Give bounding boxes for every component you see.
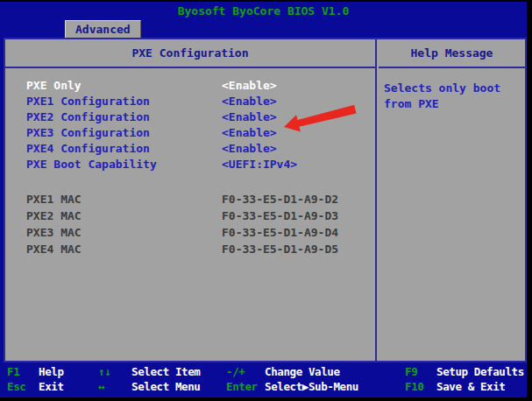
mac-label: PXE1 MAC [26, 193, 82, 206]
mac-label: PXE4 MAC [26, 243, 82, 256]
setting-label: PXE Only [26, 79, 82, 92]
key-f10: F10 [405, 380, 423, 393]
setting-value: <Enable> [222, 142, 277, 155]
key-esc: Esc [7, 380, 25, 393]
setting-value: <Enable> [222, 110, 277, 123]
mac-value: F0-33-E5-D1-A9-D4 [222, 226, 338, 239]
hotkey-row: Esc Exit ↔ Select Menu Enter Select▶Sub-… [0, 380, 527, 394]
setting-value: <Enable> [222, 126, 277, 139]
bios-title: Byosoft ByoCore BIOS V1.0 [0, 4, 527, 18]
mac-address-list: PXE1 MAC F0-33-E5-D1-A9-D2 PXE2 MAC F0-3… [5, 193, 375, 259]
setting-row-pxe-only[interactable]: PXE Only <Enable> [5, 79, 375, 95]
mac-label: PXE3 MAC [26, 226, 82, 239]
key-updown-icon: ↑↓ [98, 365, 110, 378]
tab-advanced[interactable]: Advanced [65, 20, 141, 38]
key-esc-label: Exit [39, 380, 64, 393]
mac-value: F0-33-E5-D1-A9-D3 [222, 209, 338, 222]
mac-label: PXE2 MAC [26, 209, 82, 222]
setting-value: <UEFI:IPv4> [222, 158, 297, 171]
key-f10-label: Save & Exit [436, 380, 505, 393]
settings-panel: PXE Configuration PXE Only <Enable> PXE1… [4, 38, 527, 362]
key-leftright-label: Select Menu [131, 380, 200, 393]
mac-value: F0-33-E5-D1-A9-D2 [222, 193, 338, 206]
setting-row-pxe4-config[interactable]: PXE4 Configuration <Enable> [5, 142, 375, 158]
setting-label: PXE4 Configuration [26, 142, 150, 155]
settings-column: PXE Configuration PXE Only <Enable> PXE1… [5, 39, 377, 361]
setting-label: PXE2 Configuration [26, 110, 150, 123]
mac-row-pxe3: PXE3 MAC F0-33-E5-D1-A9-D4 [5, 226, 375, 243]
bios-screen: Byosoft ByoCore BIOS V1.0 Advanced PXE C… [0, 2, 527, 397]
key-plusminus: -/+ [226, 365, 245, 378]
settings-list: PXE Only <Enable> PXE1 Configuration <En… [5, 68, 375, 259]
help-panel: Help Message Selects only boot from PXE [379, 39, 525, 361]
key-leftright-icon: ↔ [98, 380, 104, 393]
help-title: Help Message [379, 39, 525, 68]
hotkey-row: F1 Help ↑↓ Select Item -/+ Change Value … [0, 365, 527, 379]
key-enter-label: Select▶Sub-Menu [265, 380, 358, 393]
key-f9-label: Setup Defaults [436, 365, 524, 378]
setting-value: <Enable> [222, 95, 277, 108]
mac-row-pxe1: PXE1 MAC F0-33-E5-D1-A9-D2 [5, 193, 375, 209]
setting-value: <Enable> [222, 79, 277, 92]
section-title: PXE Configuration [5, 39, 375, 68]
key-f9: F9 [405, 365, 417, 378]
mac-row-pxe4: PXE4 MAC F0-33-E5-D1-A9-D5 [5, 243, 375, 259]
key-plusminus-label: Change Value [265, 365, 340, 378]
key-f1: F1 [7, 365, 19, 378]
setting-row-pxe-boot-capability[interactable]: PXE Boot Capability <UEFI:IPv4> [5, 158, 375, 173]
setting-label: PXE Boot Capability [26, 158, 157, 171]
setting-label: PXE3 Configuration [26, 126, 150, 139]
mac-row-pxe2: PXE2 MAC F0-33-E5-D1-A9-D3 [5, 209, 375, 226]
mac-value: F0-33-E5-D1-A9-D5 [222, 243, 338, 256]
help-text: Selects only boot from PXE [379, 68, 519, 112]
key-updown-label: Select Item [131, 365, 200, 378]
setting-label: PXE1 Configuration [26, 95, 150, 108]
key-enter: Enter [226, 380, 258, 393]
key-f1-label: Help [39, 365, 64, 378]
hotkey-bar: F1 Help ↑↓ Select Item -/+ Change Value … [0, 362, 527, 397]
